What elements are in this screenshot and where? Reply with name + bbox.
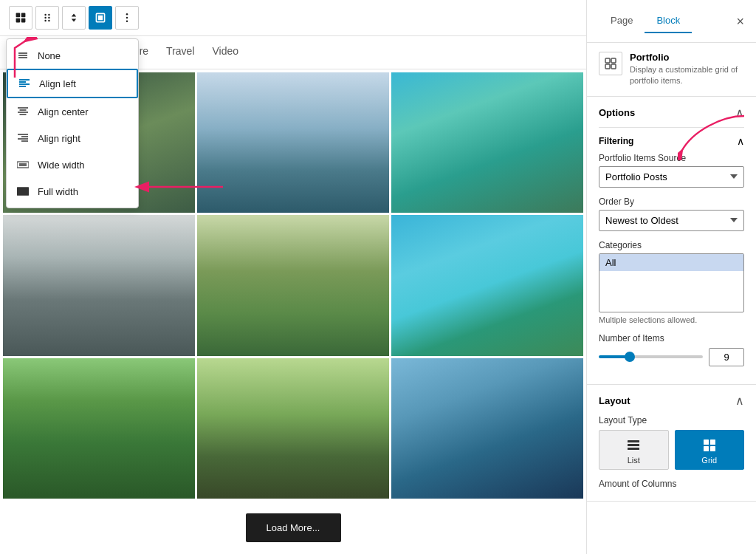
svg-rect-42: [710, 440, 715, 445]
dropdown-align-right[interactable]: Align right: [7, 125, 138, 151]
svg-point-4: [44, 14, 46, 16]
photo-aerial-beach-bg: [391, 72, 583, 213]
svg-rect-11: [98, 16, 103, 20]
options-section-header[interactable]: Options ∧: [599, 106, 744, 120]
items-number-input[interactable]: [709, 348, 744, 366]
photo-grass-bg: [197, 358, 389, 499]
svg-point-7: [48, 17, 49, 18]
photo-cell-4[interactable]: [3, 215, 195, 355]
layout-section-title: Layout: [599, 395, 630, 406]
svg-rect-26: [18, 134, 28, 135]
options-section-title: Options: [599, 107, 635, 118]
filtering-toggle-icon: ∧: [737, 135, 744, 147]
layout-section: Layout ∧ Layout Type List: [587, 385, 756, 502]
number-of-items-field: Number of Items: [599, 333, 744, 366]
svg-rect-37: [611, 64, 616, 69]
main-content: None Align left Align center Align right: [0, 0, 586, 554]
svg-rect-22: [18, 107, 28, 109]
svg-rect-24: [18, 112, 28, 113]
svg-rect-3: [21, 18, 26, 23]
transform-button[interactable]: [9, 6, 32, 30]
grid-layout-icon: [702, 438, 717, 453]
svg-rect-23: [20, 109, 27, 111]
svg-point-8: [44, 20, 46, 21]
svg-rect-34: [605, 58, 610, 63]
photo-valley-bg: [197, 215, 389, 355]
options-toggle-icon: ∧: [735, 106, 744, 120]
photo-cell-8[interactable]: [197, 358, 389, 499]
layout-type-label: Layout Type: [599, 415, 744, 425]
items-slider[interactable]: [599, 355, 703, 358]
svg-rect-25: [20, 114, 27, 115]
svg-rect-36: [605, 64, 610, 69]
drag-button[interactable]: [35, 6, 59, 30]
photo-cell-3[interactable]: [391, 72, 583, 213]
list-layout-icon: [626, 438, 641, 453]
portfolio-items-source-select[interactable]: Portfolio Posts: [599, 166, 744, 188]
order-by-select[interactable]: Newest to Oldest: [599, 210, 744, 231]
multi-select-hint: Multiple selections allowed.: [599, 315, 744, 324]
svg-rect-18: [19, 79, 30, 81]
move-updown-button[interactable]: [62, 6, 86, 30]
sidebar-close-button[interactable]: ×: [736, 15, 744, 28]
items-slider-row: [599, 348, 744, 366]
sidebar-header: Page Block ×: [587, 0, 756, 43]
svg-rect-44: [710, 446, 715, 451]
block-desc: Display a customizable grid of portfolio…: [630, 64, 744, 87]
block-title: Portfolio: [630, 52, 744, 63]
number-of-items-label: Number of Items: [599, 333, 744, 343]
svg-rect-21: [19, 86, 26, 87]
categories-listbox[interactable]: All: [599, 253, 744, 312]
load-more-button[interactable]: Load More...: [246, 513, 341, 542]
svg-rect-16: [18, 55, 27, 56]
photo-forest-river-bg: [3, 358, 195, 499]
layout-section-header[interactable]: Layout ∧: [599, 394, 744, 408]
portfolio-items-source-label: Portfolio Items Source: [599, 153, 744, 163]
filter-video[interactable]: Video: [213, 45, 239, 60]
layout-list-button[interactable]: List: [599, 430, 669, 470]
dropdown-full-width[interactable]: Full width: [7, 178, 138, 205]
photo-gondola-bg: [391, 358, 583, 499]
svg-rect-33: [17, 188, 29, 195]
category-all-item[interactable]: All: [599, 254, 743, 271]
svg-rect-31: [19, 163, 27, 166]
align-center-icon: [16, 104, 30, 119]
svg-rect-17: [18, 57, 27, 58]
photo-cell-6[interactable]: [391, 215, 583, 355]
options-section: Options ∧ Filtering ∧ Portfolio Items So…: [587, 97, 756, 385]
filtering-header[interactable]: Filtering ∧: [599, 135, 744, 147]
svg-rect-40: [628, 448, 639, 450]
order-by-label: Order By: [599, 196, 744, 207]
portfolio-items-source-field: Portfolio Items Source Portfolio Posts: [599, 153, 744, 188]
photo-cell-7[interactable]: [3, 358, 195, 499]
svg-point-5: [48, 14, 49, 16]
svg-rect-38: [628, 440, 639, 442]
block-type-icon: [599, 52, 622, 75]
svg-point-12: [126, 13, 128, 15]
order-by-field: Order By Newest to Oldest: [599, 196, 744, 231]
alignment-dropdown: None Align left Align center Align right: [6, 38, 139, 208]
toolbar: None Align left Align center Align right: [0, 0, 586, 36]
block-description: Portfolio Display a customizable grid of…: [630, 52, 744, 87]
categories-field: Categories All Multiple selections allow…: [599, 240, 744, 324]
sidebar: Page Block × Portfolio Display a customi…: [586, 0, 756, 554]
photo-cell-9[interactable]: [391, 358, 583, 499]
svg-rect-1: [21, 13, 26, 18]
dropdown-none[interactable]: None: [7, 42, 138, 69]
layout-grid-button[interactable]: Grid: [675, 430, 745, 470]
dropdown-wide-width[interactable]: Wide width: [7, 151, 138, 178]
svg-rect-15: [18, 52, 27, 54]
photo-cell-5[interactable]: [197, 215, 389, 355]
block-type-button[interactable]: [89, 6, 112, 30]
wide-width-icon: [16, 157, 30, 172]
svg-rect-27: [21, 136, 28, 137]
photo-island-bg: [391, 215, 583, 355]
tab-block[interactable]: Block: [645, 9, 692, 33]
tab-page[interactable]: Page: [599, 9, 645, 33]
dropdown-align-center[interactable]: Align center: [7, 98, 138, 125]
load-more-area: Load More...: [0, 502, 586, 554]
more-options-button[interactable]: [115, 6, 139, 30]
dropdown-align-left[interactable]: Align left: [7, 69, 138, 98]
filter-travel[interactable]: Travel: [166, 45, 194, 60]
svg-rect-43: [704, 446, 709, 451]
